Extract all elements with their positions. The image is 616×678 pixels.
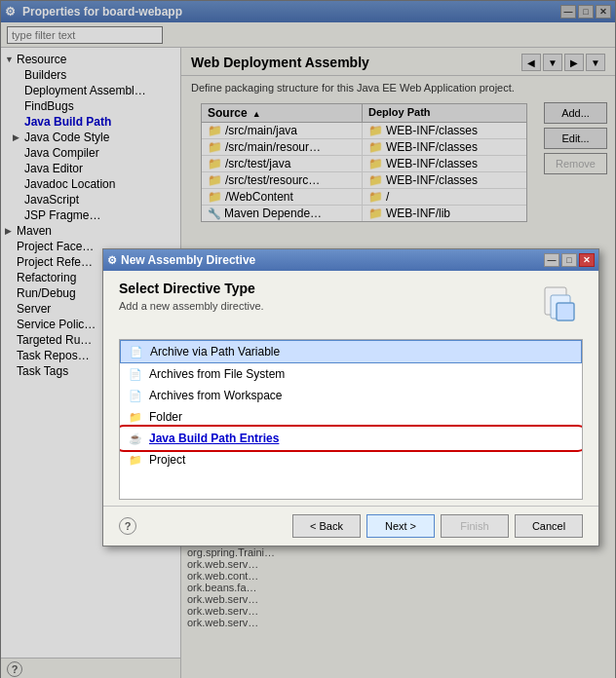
folder-dir-icon: 📁 (128, 409, 143, 425)
dialog-window-controls: — □ ✕ (544, 253, 595, 267)
archive-workspace-icon: 📄 (128, 388, 143, 403)
back-button[interactable]: < Back (292, 514, 361, 538)
project-icon: 📁 (128, 452, 143, 468)
dialog-title-bar: ⚙ New Assembly Directive — □ ✕ (103, 249, 598, 271)
dialog-help-button[interactable]: ? (119, 517, 136, 535)
dialog-icon-area (536, 281, 583, 327)
list-item-folder[interactable]: 📁 Folder (120, 406, 582, 428)
list-item-java-build-path[interactable]: ☕ Java Build Path Entries (120, 428, 582, 449)
svg-rect-2 (557, 303, 574, 320)
dialog-close-button[interactable]: ✕ (579, 253, 595, 267)
dialog-bottom: ? < Back Next > Finish Cancel (103, 506, 598, 546)
dialog-maximize-button[interactable]: □ (561, 253, 577, 267)
new-assembly-directive-dialog: ⚙ New Assembly Directive — □ ✕ Select Di… (102, 248, 599, 546)
directive-icon (537, 282, 582, 326)
dialog-header: Select Directive Type Add a new assembly… (103, 271, 598, 333)
finish-button[interactable]: Finish (441, 514, 509, 538)
dialog-subtext: Add a new assembly directive. (119, 300, 264, 312)
list-item-archive-workspace[interactable]: 📄 Archives from Workspace (120, 385, 582, 406)
dialog-title-icon: ⚙ (107, 254, 117, 267)
archive-path-icon: 📄 (129, 344, 144, 359)
directive-type-list[interactable]: 📄 Archive via Path Variable 📄 Archives f… (119, 339, 583, 500)
next-button[interactable]: Next > (366, 514, 435, 538)
list-item-project[interactable]: 📁 Project (120, 449, 582, 471)
dialog-header-left: Select Directive Type Add a new assembly… (119, 281, 264, 312)
list-item-archive-path-var[interactable]: 📄 Archive via Path Variable (120, 340, 582, 363)
cancel-button[interactable]: Cancel (515, 514, 583, 538)
dialog-title-text: New Assembly Directive (121, 253, 544, 267)
dialog-heading: Select Directive Type (119, 281, 264, 296)
dialog-overlay: ⚙ New Assembly Directive — □ ✕ Select Di… (0, 0, 616, 678)
list-item-archive-filesystem[interactable]: 📄 Archives from File System (120, 363, 582, 385)
dialog-minimize-button[interactable]: — (544, 253, 559, 267)
archive-filesystem-icon: 📄 (128, 366, 143, 382)
java-build-path-icon: ☕ (128, 431, 143, 446)
